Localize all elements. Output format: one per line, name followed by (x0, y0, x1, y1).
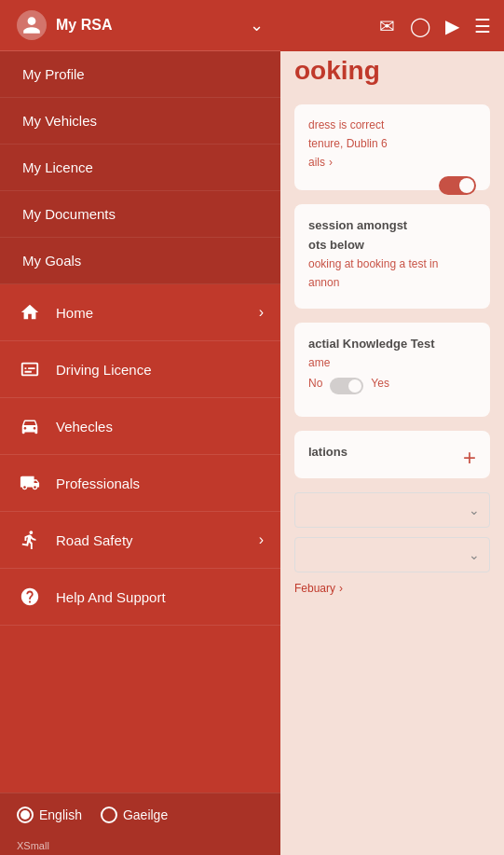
bg-toggle-address[interactable] (439, 176, 476, 195)
submenu-item-my-vehicles[interactable]: My Vehicles (0, 98, 280, 145)
bg-booking-desc: ooking at booking a test in (308, 257, 476, 270)
bg-booking-loc: annon (308, 276, 476, 289)
background-panel: ooking dress is correct tenure, Dublin 6… (280, 0, 504, 855)
bg-chevron-down2: ⌄ (469, 547, 480, 562)
language-bar: English Gaeilge (0, 793, 280, 836)
menu-label-vehicles: Vehecles (56, 419, 264, 434)
bg-dropdown1[interactable]: ⌄ (294, 492, 490, 528)
bg-session-text1: session amongst (308, 218, 476, 232)
home-icon (17, 299, 43, 325)
menu-chevron-road-safety: › (259, 531, 264, 548)
bg-address-detail: tenure, Dublin 6 (308, 137, 476, 150)
car-icon (17, 413, 43, 439)
drawer-header[interactable]: My RSA ⌄ (0, 0, 280, 51)
truck-icon (17, 470, 43, 496)
topbar-right: ✉ ◯ ▶ ☰ (280, 0, 504, 51)
drawer-title: My RSA (56, 17, 250, 34)
bg-lations-card: + lations (294, 431, 490, 478)
menu-label-driving-licence: Driving Licence (56, 362, 264, 378)
bg-address-card: dress is correct tenure, Dublin 6 ails › (294, 104, 490, 190)
menu-label-road-safety: Road Safety (56, 532, 259, 548)
bg-yes-label: Yes (371, 377, 389, 390)
bg-toggle-no-yes[interactable] (330, 378, 363, 394)
menu-item-home[interactable]: Home › (0, 284, 280, 341)
bg-name-label: ame (308, 356, 476, 369)
submenu-item-my-documents[interactable]: My Documents (0, 191, 280, 238)
main-menu: Home › Driving Licence Vehecles (0, 284, 280, 793)
bg-details-link[interactable]: ails › (308, 156, 476, 169)
bg-test-card: actial Knowledge Test ame No Yes (294, 323, 490, 417)
bg-toggle-row: No Yes (308, 377, 476, 395)
radio-gaeilge (101, 807, 117, 823)
submenu-label-my-goals: My Goals (22, 253, 81, 269)
mail-icon[interactable]: ✉ (379, 15, 395, 37)
question-icon (17, 584, 43, 610)
menu-item-vehicles[interactable]: Vehecles (0, 398, 280, 455)
bg-test-label: actial Knowledge Test (308, 337, 476, 351)
menu-item-help-support[interactable]: Help And Support (0, 569, 280, 626)
bg-session-card: session amongst ots below ooking at book… (294, 204, 490, 309)
menu-label-home: Home (56, 305, 259, 321)
navigation-drawer: My RSA ⌄ My Profile My Vehicles My Licen… (0, 0, 280, 855)
radio-english (17, 807, 34, 823)
menu-item-driving-licence[interactable]: Driving Licence (0, 341, 280, 398)
bg-no-label: No (308, 377, 322, 390)
road-icon (17, 527, 43, 553)
bg-lations-label: lations (308, 445, 476, 459)
lang-label-english: English (39, 807, 82, 822)
submenu-item-my-goals[interactable]: My Goals (0, 238, 280, 284)
target-icon[interactable]: ▶ (445, 15, 459, 37)
bg-date-link[interactable]: Febuary › (294, 582, 490, 595)
id-card-icon (17, 356, 43, 382)
menu-item-professionals[interactable]: Professionals (0, 455, 280, 512)
menu-chevron-home: › (259, 304, 264, 321)
bg-address-correct: dress is correct (308, 118, 476, 131)
size-indicator: XSmall (0, 836, 280, 855)
bg-session-text2: ots below (308, 238, 476, 252)
hamburger-menu-icon[interactable]: ☰ (474, 15, 491, 37)
submenu-label-my-licence: My Licence (22, 159, 93, 175)
submenu-label-my-profile: My Profile (22, 66, 85, 82)
submenu-item-my-profile[interactable]: My Profile (0, 51, 280, 98)
bg-plus-icon[interactable]: + (463, 445, 476, 471)
lang-option-gaeilge[interactable]: Gaeilge (101, 807, 168, 823)
submenu-label-my-documents: My Documents (22, 206, 116, 222)
menu-label-help-support: Help And Support (56, 589, 264, 605)
bg-dropdown2[interactable]: ⌄ (294, 537, 490, 572)
menu-label-professionals: Professionals (56, 476, 264, 491)
submenu-label-my-vehicles: My Vehicles (22, 113, 97, 129)
account-icon[interactable]: ◯ (410, 15, 430, 37)
person-icon (21, 15, 42, 35)
lang-option-english[interactable]: English (17, 807, 82, 823)
bg-chevron-down1: ⌄ (469, 503, 480, 517)
menu-item-road-safety[interactable]: Road Safety › (0, 512, 280, 569)
chevron-down-icon: ⌄ (250, 15, 264, 35)
bg-title: ooking (294, 56, 490, 86)
avatar (17, 10, 47, 40)
lang-label-gaeilge: Gaeilge (123, 807, 168, 822)
submenu: My Profile My Vehicles My Licence My Doc… (0, 51, 280, 284)
submenu-item-my-licence[interactable]: My Licence (0, 145, 280, 191)
